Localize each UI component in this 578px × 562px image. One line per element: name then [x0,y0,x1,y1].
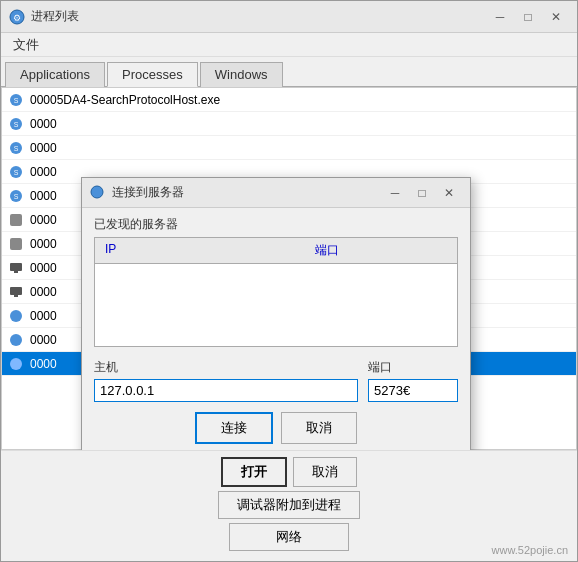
svg-text:S: S [14,97,19,104]
col-port: 端口 [311,240,451,261]
process-icon: S [8,188,24,204]
dialog-window-controls: ─ □ ✕ [382,182,462,204]
main-window-title: 进程列表 [31,8,487,25]
minimize-button[interactable]: ─ [487,6,513,28]
svg-rect-13 [10,238,22,250]
maximize-button[interactable]: □ [515,6,541,28]
tab-processes[interactable]: Processes [107,62,198,87]
server-table: IP 端口 [94,237,458,347]
tabs-bar: Applications Processes Windows [1,57,577,87]
connect-dialog: 连接到服务器 ─ □ ✕ 已发现的服务器 IP 端口 [81,177,471,450]
cancel-button[interactable]: 取消 [293,457,357,487]
process-monitor-icon [8,260,24,276]
host-input[interactable] [94,379,358,402]
dialog-minimize-button[interactable]: ─ [382,182,408,204]
main-title-bar: ⚙ 进程列表 ─ □ ✕ [1,1,577,33]
svg-rect-17 [14,295,18,297]
file-menu[interactable]: 文件 [5,34,47,56]
process-gear-icon [8,236,24,252]
connect-button[interactable]: 连接 [195,412,273,444]
tab-applications[interactable]: Applications [5,62,105,87]
dialog-title-bar: 连接到服务器 ─ □ ✕ [82,178,470,208]
port-label: 端口 [368,359,458,376]
network-button[interactable]: 网络 [229,523,349,551]
host-label: 主机 [94,359,358,376]
process-item[interactable]: S 00005DA4-SearchProtocolHost.exe [2,88,576,112]
dialog-icon [90,185,106,201]
process-icon: S [8,116,24,132]
dialog-actions: 连接 取消 [94,412,458,444]
close-button[interactable]: ✕ [543,6,569,28]
process-gear-icon [8,212,24,228]
dialog-maximize-button[interactable]: □ [409,182,435,204]
port-group: 端口 [368,359,458,402]
process-monitor-icon [8,284,24,300]
col-ip: IP [101,240,311,261]
dialog-title: 连接到服务器 [112,184,382,201]
svg-rect-15 [14,271,18,273]
process-item[interactable]: S 0000 [2,136,576,160]
svg-text:S: S [14,121,19,128]
main-window-icon: ⚙ [9,9,25,25]
dialog-cancel-button[interactable]: 取消 [281,412,357,444]
menu-bar: 文件 [1,33,577,57]
process-icon [8,356,24,372]
process-icon [8,308,24,324]
process-icon: S [8,140,24,156]
server-table-body[interactable] [95,264,457,346]
dialog-body: 已发现的服务器 IP 端口 主机 [82,208,470,450]
debug-button[interactable]: 调试器附加到进程 [218,491,360,519]
svg-text:⚙: ⚙ [13,13,21,23]
process-icon: S [8,92,24,108]
server-table-header: IP 端口 [95,238,457,264]
process-item[interactable]: S 0000 [2,112,576,136]
svg-rect-14 [10,263,22,271]
network-row: 网络 [9,523,569,551]
primary-buttons: 打开 取消 [9,457,569,487]
svg-text:S: S [14,169,19,176]
bottom-area: 打开 取消 调试器附加到进程 网络 www.52pojie.cn [1,450,577,561]
window-controls: ─ □ ✕ [487,6,569,28]
main-content: S 00005DA4-SearchProtocolHost.exe S 0000… [1,87,577,450]
port-input[interactable] [368,379,458,402]
svg-text:S: S [14,145,19,152]
host-group: 主机 [94,359,358,402]
svg-rect-16 [10,287,22,295]
svg-point-20 [10,358,22,370]
svg-point-21 [91,186,103,198]
svg-point-18 [10,310,22,322]
process-icon: S [8,164,24,180]
tab-windows[interactable]: Windows [200,62,283,87]
process-icon [8,332,24,348]
servers-section-label: 已发现的服务器 [94,216,458,233]
connection-form: 主机 端口 [94,359,458,402]
debug-row: 调试器附加到进程 [9,491,569,519]
dialog-close-button[interactable]: ✕ [436,182,462,204]
svg-rect-12 [10,214,22,226]
svg-text:S: S [14,193,19,200]
main-window: ⚙ 进程列表 ─ □ ✕ 文件 Applications Processes W… [0,0,578,562]
svg-point-19 [10,334,22,346]
open-button[interactable]: 打开 [221,457,287,487]
